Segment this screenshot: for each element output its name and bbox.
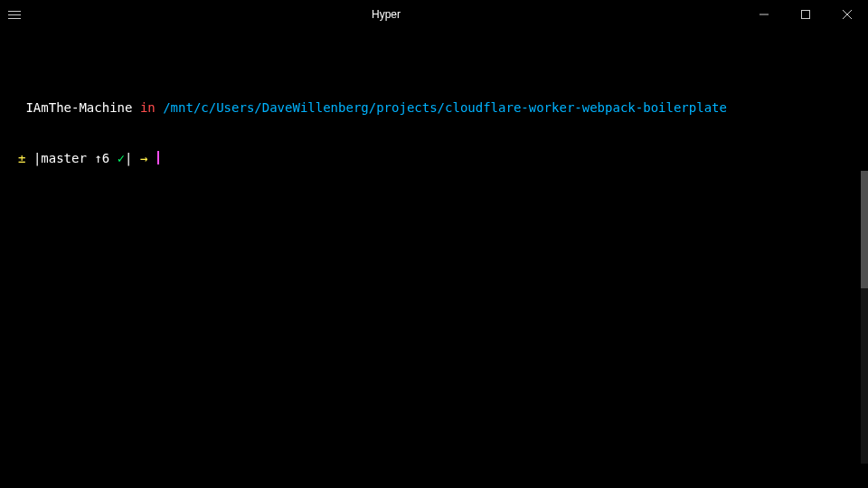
maximize-icon — [801, 10, 810, 19]
separator-in: in — [140, 100, 156, 115]
scrollbar-thumb[interactable] — [861, 171, 868, 288]
git-branch: master — [41, 151, 87, 165]
cursor — [157, 151, 159, 164]
close-icon — [843, 10, 852, 19]
window-controls — [743, 0, 868, 29]
minimize-button[interactable] — [743, 0, 785, 29]
terminal[interactable]: IAmThe-Machine in /mnt/c/Users/DaveWille… — [0, 29, 868, 184]
vcs-symbol: ± — [18, 151, 25, 165]
minimize-icon — [760, 10, 769, 19]
window-title: Hyper — [29, 8, 743, 21]
close-button[interactable] — [826, 0, 868, 29]
hostname: IAmThe-Machine — [25, 100, 132, 115]
svg-rect-1 — [802, 11, 810, 19]
prompt-line-1: IAmThe-Machine in /mnt/c/Users/DaveWille… — [18, 99, 850, 117]
prompt-line-2: ± |master ↑6 ✓| → — [18, 150, 850, 167]
bar-close: | — [125, 151, 132, 165]
scrollbar[interactable] — [861, 171, 868, 464]
maximize-button[interactable] — [785, 0, 826, 29]
cwd-path: /mnt/c/Users/DaveWillenberg/projects/clo… — [163, 100, 727, 115]
git-clean-check-icon: ✓ — [118, 151, 125, 165]
git-ahead: ↑6 — [94, 151, 109, 165]
titlebar[interactable]: Hyper — [0, 0, 868, 29]
prompt-arrow-icon: → — [140, 151, 147, 165]
menu-icon[interactable] — [0, 0, 29, 29]
